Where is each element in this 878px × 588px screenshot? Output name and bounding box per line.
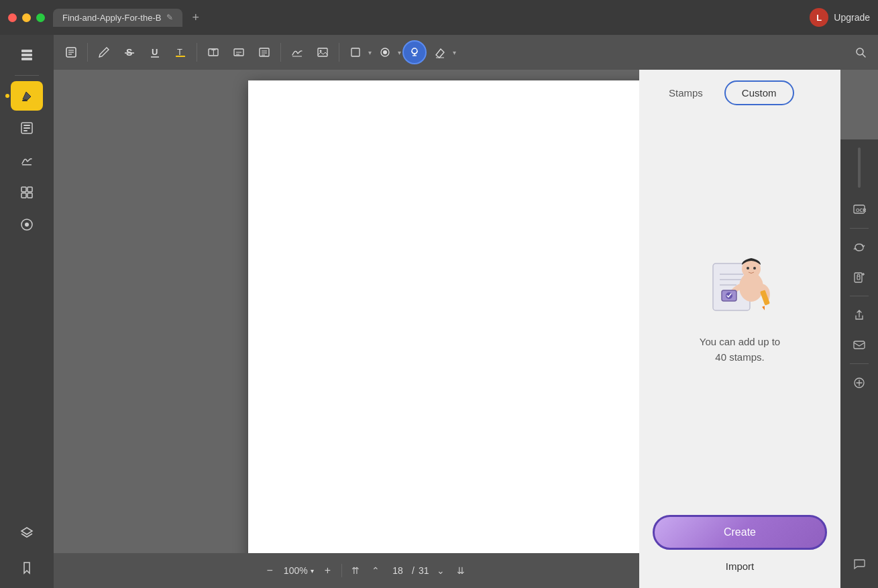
tab-stamps[interactable]: Stamps — [653, 82, 719, 104]
prev-page-button[interactable]: ⌃ — [368, 564, 384, 577]
eraser-button[interactable] — [428, 40, 452, 64]
sidebar-item-bookmark[interactable] — [11, 553, 43, 583]
sidebar-item-pages[interactable] — [11, 40, 43, 70]
svg-text:U: U — [152, 47, 158, 57]
last-page-button[interactable]: ⇊ — [453, 564, 469, 577]
pen-button[interactable] — [92, 40, 116, 64]
rsb-divider-1 — [850, 228, 869, 229]
zoom-level: 100% ▾ — [284, 565, 314, 576]
sidebar-item-signatures[interactable] — [11, 145, 43, 175]
svg-rect-24 — [176, 56, 185, 57]
notes-button[interactable] — [59, 40, 83, 64]
page-nav: ⇈ ⌃ / 31 ⌄ ⇊ — [347, 564, 469, 577]
svg-text:T: T — [177, 47, 182, 57]
svg-rect-37 — [351, 48, 360, 56]
import-button[interactable]: Import — [653, 555, 827, 577]
toolbar-divider-4 — [339, 43, 339, 62]
zoom-dropdown-arrow[interactable]: ▾ — [311, 567, 314, 575]
svg-rect-6 — [23, 127, 30, 129]
stamp-panel: Stamps Custom — [639, 70, 840, 588]
color-picker-dropdown-arrow[interactable]: ▾ — [398, 49, 401, 56]
svg-rect-5 — [23, 125, 30, 126]
svg-point-52 — [747, 267, 749, 270]
text-box-button[interactable]: T — [201, 40, 225, 64]
zoom-in-button[interactable]: + — [319, 562, 336, 579]
empty-state-message: You can add up to40 stamps. — [700, 335, 780, 365]
underline-button[interactable]: U — [143, 40, 167, 64]
eraser-button-group[interactable]: ▾ — [428, 40, 456, 64]
svg-rect-1 — [21, 54, 32, 56]
sidebar-item-layers[interactable] — [11, 518, 43, 548]
empty-state-text: You can add up to40 stamps. — [700, 336, 780, 363]
scrollbar-indicator — [858, 148, 861, 188]
svg-rect-35 — [318, 48, 327, 56]
sidebar-item-widgets[interactable] — [11, 210, 43, 239]
maximize-button[interactable] — [36, 13, 45, 22]
sidebar-item-organize[interactable] — [11, 178, 43, 207]
status-divider — [341, 564, 342, 577]
signature-button[interactable] — [285, 40, 309, 64]
sync-button[interactable] — [846, 234, 873, 261]
left-sidebar — [0, 35, 54, 588]
svg-rect-64 — [854, 341, 865, 349]
text-highlight-button[interactable]: T — [168, 40, 193, 64]
eraser-dropdown-arrow[interactable]: ▾ — [453, 49, 456, 56]
svg-point-36 — [320, 50, 322, 52]
svg-point-53 — [753, 267, 756, 270]
svg-rect-3 — [22, 100, 28, 101]
svg-rect-10 — [28, 187, 32, 192]
toolbar-divider-2 — [197, 43, 197, 62]
email-button[interactable] — [846, 331, 873, 358]
next-page-button[interactable]: ⌄ — [433, 564, 449, 577]
rsb-divider-2 — [850, 296, 869, 296]
svg-rect-12 — [28, 193, 32, 198]
first-page-button[interactable]: ⇈ — [347, 564, 364, 577]
stamp-tabs: Stamps Custom — [639, 70, 840, 111]
zoom-out-button[interactable]: − — [262, 562, 278, 579]
list-button[interactable] — [252, 40, 276, 64]
sidebar-item-highlight[interactable] — [11, 81, 43, 111]
search-button[interactable] — [848, 40, 873, 64]
color-picker-group[interactable]: ▾ — [373, 40, 401, 64]
save-to-button[interactable] — [846, 369, 873, 396]
ocr-button[interactable]: OCR — [846, 196, 873, 223]
tab-custom[interactable]: Custom — [724, 80, 794, 105]
page-input[interactable] — [388, 565, 408, 576]
comment-button[interactable] — [846, 550, 873, 577]
stamp-button[interactable] — [402, 40, 427, 64]
color-picker-button[interactable] — [373, 40, 397, 64]
svg-rect-8 — [22, 164, 32, 166]
text-field-button[interactable] — [227, 40, 251, 64]
image-button[interactable] — [311, 40, 335, 64]
avatar: L — [810, 8, 828, 27]
svg-rect-2 — [21, 58, 32, 60]
svg-rect-0 — [21, 50, 32, 52]
export-button[interactable] — [846, 302, 873, 329]
panel-buttons: Create Import — [639, 504, 840, 588]
main-layout: S U T T — [0, 35, 878, 588]
shapes-button[interactable] — [343, 40, 368, 64]
toolbar-divider-3 — [280, 43, 281, 62]
close-button[interactable] — [8, 13, 17, 22]
current-tab[interactable]: Find-and-Apply-For-the-B ✎ — [53, 9, 182, 27]
upgrade-button[interactable]: L Upgrade — [810, 8, 870, 27]
svg-marker-57 — [762, 306, 766, 310]
svg-text:S: S — [126, 47, 132, 58]
lock-file-button[interactable] — [846, 263, 873, 290]
create-button[interactable]: Create — [653, 515, 827, 550]
sidebar-divider-1 — [15, 75, 39, 76]
svg-line-45 — [863, 54, 865, 57]
traffic-lights — [8, 13, 45, 22]
edit-tab-icon[interactable]: ✎ — [166, 13, 173, 22]
minimize-button[interactable] — [22, 13, 31, 22]
tab-area: Find-and-Apply-For-the-B ✎ + — [53, 8, 810, 27]
shapes-button-group[interactable]: ▾ — [343, 40, 372, 64]
svg-point-39 — [383, 50, 387, 54]
svg-rect-9 — [21, 187, 26, 192]
shapes-dropdown-arrow[interactable]: ▾ — [368, 49, 372, 56]
strikethrough-button[interactable]: S — [117, 40, 142, 64]
sidebar-item-forms[interactable] — [11, 113, 43, 143]
svg-text:T: T — [211, 48, 216, 56]
add-tab-button[interactable]: + — [186, 8, 205, 27]
stamp-illustration — [703, 250, 777, 324]
